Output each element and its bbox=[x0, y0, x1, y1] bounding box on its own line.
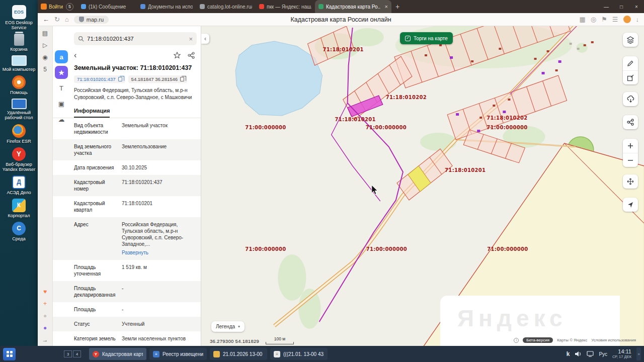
tab-information[interactable]: Информация bbox=[74, 105, 110, 118]
start-button[interactable] bbox=[3, 348, 16, 360]
expand-link[interactable]: Развернуть bbox=[122, 249, 195, 256]
tab-groups-icon[interactable]: ▦ bbox=[580, 16, 586, 23]
pan-button[interactable] bbox=[623, 174, 638, 189]
draw-button[interactable] bbox=[623, 56, 638, 70]
clear-search-icon[interactable]: × bbox=[189, 35, 193, 43]
volume-icon[interactable] bbox=[575, 351, 582, 357]
doc-icon: ≡ bbox=[274, 351, 280, 357]
maximize-button[interactable]: □ bbox=[614, 0, 629, 13]
bookmark-flag-icon[interactable]: ⚑ bbox=[601, 16, 607, 23]
clock[interactable]: 14:11 СР, 17 ДЕК bbox=[612, 348, 631, 359]
share-map-button[interactable] bbox=[623, 115, 638, 129]
browser-tab[interactable]: пкк — Яндекс: нашлось bbox=[256, 0, 315, 13]
pager-cell[interactable]: 4 bbox=[73, 350, 81, 357]
search-input[interactable]: 71:18:010201:437 × bbox=[74, 32, 197, 45]
address-bar[interactable]: map.ru bbox=[74, 16, 109, 24]
browser-tab[interactable]: catalog.lot-online.ru/inde bbox=[196, 0, 256, 13]
panels-icon[interactable]: ▤ bbox=[42, 30, 48, 36]
close-button[interactable]: × bbox=[629, 0, 644, 13]
info-row: Категория земельЗемли населенных пунктов bbox=[53, 331, 201, 346]
info-row: Площадь- bbox=[53, 302, 201, 317]
login-button[interactable]: Войти bbox=[49, 4, 63, 10]
desktop-icon-list: EOSEOS Desktop ServiceКорзинаМой компьют… bbox=[0, 4, 38, 345]
tab-counter[interactable]: 5 bbox=[43, 66, 47, 72]
desktop-icon-sreda[interactable]: ССреда bbox=[1, 221, 37, 242]
services-icon[interactable]: ● bbox=[43, 325, 47, 331]
desktop-icon-yandex[interactable]: YВеб-браузер Yandex Browser bbox=[1, 146, 37, 173]
copy-icon[interactable] bbox=[118, 77, 122, 81]
torgi-button[interactable]: Торги на карте bbox=[400, 32, 453, 44]
taskbar-item[interactable]: YКадастровая карт... bbox=[89, 348, 146, 360]
taskbar-item[interactable]: ≡Реестр извещени... bbox=[149, 348, 207, 360]
share-icon[interactable] bbox=[188, 52, 195, 59]
bookmarks-star-icon[interactable]: ★ bbox=[55, 66, 68, 79]
show-desktop-button[interactable]: ≡ bbox=[636, 347, 641, 360]
cadastral-number-chip[interactable]: 71:18:010201:437 bbox=[74, 75, 125, 83]
exit-sidebar-icon[interactable]: → bbox=[42, 337, 48, 343]
desktop-icon-korportal[interactable]: ККорпортал bbox=[1, 198, 37, 219]
home-icon[interactable]: ⌂ bbox=[65, 16, 69, 23]
browser-tab[interactable]: Кадастровая карта Ро...× bbox=[315, 0, 391, 13]
download-icon[interactable]: ↓ bbox=[636, 16, 639, 23]
desktop-icon-eos[interactable]: EOSEOS Desktop Service bbox=[1, 4, 37, 31]
copy-icon[interactable] bbox=[180, 77, 184, 81]
taskbar-item[interactable]: ≡(((21.01. 13-00 43... bbox=[270, 348, 328, 360]
desktop-icon-label: АСЭД Дело bbox=[1, 190, 37, 195]
pager-cell[interactable]: 3 bbox=[64, 350, 72, 357]
parcel-address: Российская Федерация, Тульская область, … bbox=[74, 87, 195, 101]
panel-collapse-button[interactable]: ‹ bbox=[201, 34, 209, 44]
desktop-icon-help[interactable]: Помощь bbox=[1, 74, 37, 96]
panel-back-icon[interactable]: ‹ bbox=[74, 51, 76, 59]
screenshot-icon[interactable]: ▣ bbox=[55, 97, 68, 110]
alice-icon[interactable]: a bbox=[55, 50, 68, 63]
tab-counter-badge[interactable]: 5 bbox=[66, 3, 73, 11]
desktop-icon-delo[interactable]: ДАСЭД Дело bbox=[1, 174, 37, 196]
desktop-icon-computer[interactable]: Мой компьютер bbox=[1, 54, 37, 73]
taskbar-item[interactable]: 21.01.2026 13-00 ... bbox=[210, 348, 267, 360]
terms-link[interactable]: Условия использования bbox=[591, 338, 636, 342]
cloud-icon[interactable]: ☁ bbox=[55, 113, 68, 126]
my-location-button[interactable] bbox=[623, 198, 638, 212]
yandex-icon: Y bbox=[12, 147, 26, 161]
edit-button[interactable] bbox=[623, 70, 638, 84]
back-icon[interactable]: ← bbox=[43, 16, 49, 23]
legend-button[interactable]: Легенда ▾ bbox=[211, 321, 245, 332]
tab-list: (1k) СообщениеДокументы на исполненcatal… bbox=[77, 0, 391, 13]
profile-avatar[interactable] bbox=[623, 16, 631, 23]
browser-tab[interactable]: Документы на исполнен bbox=[137, 0, 196, 13]
preview-icon[interactable]: ◉ bbox=[42, 54, 47, 60]
dot-icon[interactable]: ● bbox=[43, 313, 47, 319]
yandex-id-icon[interactable] bbox=[41, 4, 47, 10]
zoom-out-button[interactable] bbox=[623, 153, 638, 167]
collections-icon[interactable]: ◎ bbox=[591, 16, 596, 23]
antivirus-icon[interactable]: k bbox=[567, 350, 570, 357]
map-area[interactable]: 71:18:01020171:18:01020271:18:01020171:0… bbox=[201, 26, 644, 346]
coordinates-chip[interactable]: 54.181847 36.281546 bbox=[128, 75, 187, 83]
info-label: Вид объекта недвижимости bbox=[74, 122, 122, 135]
tab-strip: Войти 5 (1k) СообщениеДокументы на испол… bbox=[38, 0, 644, 13]
favorite-star-icon[interactable] bbox=[174, 52, 181, 59]
zoom-in-button[interactable] bbox=[623, 139, 638, 153]
translate-icon[interactable]: Т bbox=[55, 81, 68, 95]
keyboard-layout[interactable]: Рус bbox=[599, 351, 607, 357]
info-icon[interactable]: i bbox=[514, 338, 519, 343]
favorites-heart-icon[interactable]: ♥ bbox=[43, 289, 47, 295]
reload-icon[interactable]: ↻ bbox=[54, 16, 60, 23]
history-icon[interactable]: ▷ bbox=[43, 42, 47, 48]
display-icon[interactable] bbox=[587, 351, 594, 357]
parcel-title: Земельный участок: 71:18:010201:437 bbox=[74, 64, 195, 71]
search-value: 71:18:010201:437 bbox=[87, 36, 134, 42]
tab-close-icon[interactable]: × bbox=[385, 4, 388, 10]
desktop-icon-trash[interactable]: Корзина bbox=[1, 33, 37, 53]
sreda-icon: С bbox=[12, 222, 26, 235]
desktop-icon-firefox[interactable]: Firefox ESR bbox=[1, 123, 37, 145]
new-tab-button[interactable]: + bbox=[395, 3, 399, 11]
download-map-button[interactable] bbox=[623, 92, 638, 106]
add-icon[interactable]: + bbox=[43, 301, 47, 307]
minimize-button[interactable]: — bbox=[599, 0, 614, 13]
layers-button[interactable] bbox=[623, 33, 638, 47]
browser-tab[interactable]: (1k) Сообщение bbox=[77, 0, 137, 13]
list-icon[interactable]: ☰ bbox=[612, 16, 618, 23]
info-label: Адрес bbox=[74, 221, 122, 256]
desktop-icon-rdp[interactable]: Удалённый рабочий стол bbox=[1, 98, 37, 121]
